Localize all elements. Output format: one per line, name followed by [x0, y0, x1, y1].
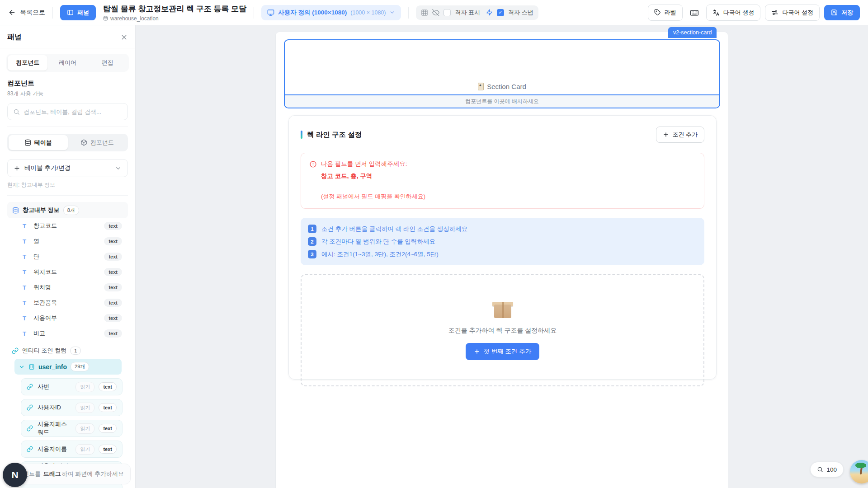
table-field-item[interactable]: T 위치명 text — [7, 280, 128, 295]
join-table-name: user_info — [38, 363, 67, 371]
current-table-label: 현재: 창고내부 정보 — [7, 181, 128, 189]
viewport-label: 사용자 정의 (1000×1080) — [278, 9, 347, 17]
back-to-list-button[interactable]: 목록으로 — [8, 9, 45, 17]
tab-components[interactable]: 컴포넌트 — [8, 55, 47, 70]
field-type-badge: text — [104, 283, 122, 291]
tab-edit[interactable]: 편집 — [88, 55, 127, 70]
text-type-icon: T — [23, 300, 29, 306]
top-toolbar: 목록으로 패널 탑씰 물류 창고정보관리 렉 구조 등록 모달 warehous… — [0, 0, 868, 25]
add-first-condition-button[interactable]: 첫 번째 조건 추가 — [466, 343, 540, 360]
field-count-badge: 8개 — [63, 206, 79, 215]
table-subtitle: warehouse_location — [103, 15, 246, 22]
zoom-level-indicator[interactable]: 100 — [810, 462, 844, 477]
eye-off-icon — [432, 9, 439, 16]
rack-structure-card[interactable]: 렉 라인 구조 설정 조건 추가 다음 필드를 먼저 입력해주세요: 창고 코드… — [288, 115, 717, 380]
section-card-component[interactable]: Section Card 컴포넌트를 이곳에 배치하세요 — [284, 39, 720, 108]
viewport-size-dropdown[interactable]: 사용자 정의 (1000×1080) (1000 × 1080) — [261, 5, 401, 20]
grid-controls: 격자 표시 ✓ 격자 스냅 — [416, 5, 538, 20]
i18n-settings-button[interactable]: 다국어 설정 — [765, 5, 820, 21]
database-icon — [103, 16, 108, 21]
section-card-body[interactable]: Section Card — [285, 40, 719, 94]
field-type-badge: text — [99, 403, 117, 412]
table-group-name: 창고내부 정보 — [23, 206, 60, 214]
source-tab-components[interactable]: 컴포넌트 — [68, 135, 127, 150]
tab-layers[interactable]: 레이어 — [47, 55, 87, 70]
text-type-icon: T — [23, 330, 29, 337]
step-number-badge: 1 — [308, 225, 316, 233]
text-type-icon: T — [23, 284, 29, 291]
panel-title: 패널 — [7, 33, 22, 42]
join-table-row[interactable]: user_info 29개 — [14, 359, 122, 375]
warning-field-names: 창고 코드, 층, 구역 — [321, 172, 696, 180]
panel-toggle-button[interactable]: 패널 — [60, 5, 96, 20]
keyboard-shortcuts-button[interactable] — [687, 5, 702, 20]
zap-icon — [486, 9, 493, 16]
table-field-item[interactable]: T 열 text — [7, 234, 128, 249]
save-button[interactable]: 저장 — [824, 5, 860, 20]
package-emoji — [492, 301, 513, 319]
magnifier-icon — [817, 466, 823, 473]
arrow-left-icon — [8, 9, 16, 16]
field-type-badge: text — [104, 299, 122, 307]
join-field-item[interactable]: 사번 읽기 text — [21, 378, 123, 395]
add-condition-button[interactable]: 조건 추가 — [656, 127, 704, 143]
viewport-size: (1000 × 1080) — [350, 9, 386, 16]
chevron-down-icon — [19, 364, 25, 370]
table-field-item[interactable]: T 사용여부 text — [7, 310, 128, 326]
join-field-item[interactable]: 사용자이름 읽기 text — [21, 441, 123, 458]
table-field-item[interactable]: T 보관품목 text — [7, 295, 128, 310]
close-icon — [120, 33, 128, 41]
instruction-step: 3 예시: 조건1(1~3열, 3단), 조건2(4~6열, 5단) — [308, 250, 697, 258]
source-tab-tables[interactable]: 테이블 — [9, 135, 68, 150]
divider — [7, 195, 128, 196]
i18n-generate-button[interactable]: 다국어 생성 — [706, 5, 761, 21]
divider — [408, 7, 409, 19]
panel-tab-bar: 컴포넌트 레이어 편집 — [6, 54, 129, 72]
empty-state-text: 조건을 추가하여 렉 구조를 설정하세요 — [448, 327, 557, 335]
empty-conditions-state: 조건을 추가하여 렉 구조를 설정하세요 첫 번째 조건 추가 — [301, 274, 704, 386]
panel-icon — [67, 9, 74, 16]
plus-icon — [14, 165, 20, 172]
grid-show-checkbox[interactable] — [443, 9, 451, 16]
close-panel-button[interactable] — [120, 33, 128, 41]
editor-viewport: v2-section-card Section Card 컴포넌트를 이곳에 배… — [136, 25, 868, 488]
add-change-table-button[interactable]: 테이블 추가/변경 — [7, 159, 128, 177]
join-field-item[interactable]: 사용자ID 읽기 text — [21, 399, 123, 416]
component-dropzone[interactable]: 컴포넌트를 이곳에 배치하세요 — [285, 94, 719, 108]
join-field-item[interactable]: 사용자패스워드 읽기 text — [21, 420, 123, 437]
table-field-item[interactable]: T 단 text — [7, 249, 128, 264]
zoom-value: 100 — [826, 466, 837, 473]
field-type-badge: text — [104, 237, 122, 245]
search-input[interactable] — [24, 108, 122, 115]
join-field-count-badge: 29개 — [71, 362, 89, 371]
instruction-step: 1 조건 추가 버튼을 클릭하여 렉 라인 조건을 생성하세요 — [308, 225, 697, 233]
section-card-label: Section Card — [478, 83, 526, 90]
divider — [254, 7, 254, 19]
warning-message: 다음 필드를 먼저 입력해주세요: — [321, 160, 407, 168]
join-count-badge: 1 — [70, 347, 81, 355]
joker-card-icon — [478, 83, 484, 90]
table-icon — [28, 364, 35, 370]
components-heading: 컴포넌트 — [7, 79, 128, 88]
search-box — [7, 103, 128, 120]
text-type-icon: T — [23, 269, 29, 276]
field-type-badge: text — [104, 329, 122, 338]
field-type-badge: text — [99, 424, 117, 433]
monitor-icon — [267, 9, 274, 16]
readonly-badge: 읽기 — [75, 423, 94, 434]
grid-icon — [421, 9, 428, 16]
readonly-badge: 읽기 — [75, 403, 94, 413]
app-logo-badge[interactable]: N — [3, 463, 27, 487]
search-icon — [13, 108, 20, 115]
table-field-item[interactable]: T 창고코드 text — [7, 218, 128, 234]
table-field-list: T 창고코드 text T 열 text T 단 text T 위치코드 tex… — [7, 218, 128, 341]
table-field-item[interactable]: T 비고 text — [7, 326, 128, 341]
grid-snap-checkbox[interactable]: ✓ — [497, 9, 504, 16]
table-group-header[interactable]: 창고내부 정보 8개 — [7, 202, 128, 218]
island-sticker — [850, 460, 868, 483]
label-button[interactable]: 라벨 — [648, 5, 683, 21]
text-type-icon: T — [23, 315, 29, 322]
table-field-item[interactable]: T 위치코드 text — [7, 264, 128, 280]
page-title: 탑씰 물류 창고정보관리 렉 구조 등록 모달 — [103, 4, 246, 14]
keyboard-icon — [690, 8, 699, 17]
